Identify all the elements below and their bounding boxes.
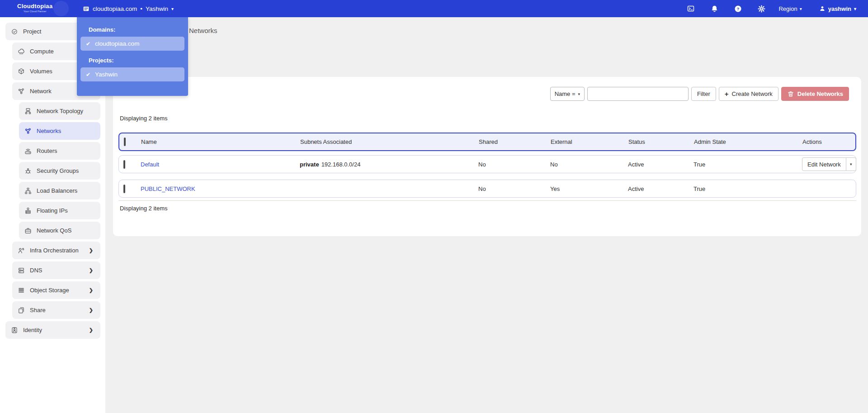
region-menu[interactable]: Region ▾	[778, 5, 802, 12]
column-header-admin-state: Admin State	[694, 138, 802, 145]
top-navbar: Cloudtopiaa Your Cloud Partner cloudtopi…	[0, 0, 868, 17]
sidebar-item-label: Object Storage	[30, 287, 69, 294]
row-checkbox[interactable]	[123, 185, 125, 193]
main-content: Networks Name = ▾ Filter + Create Networ…	[105, 17, 868, 413]
project-icon	[11, 28, 18, 35]
project-option-label: Yashwin	[95, 71, 118, 78]
user-label: yashwin	[828, 5, 851, 12]
network-topology-icon	[24, 108, 32, 115]
create-network-button[interactable]: + Create Network	[719, 87, 778, 101]
row-actions: Edit Network▾	[802, 157, 856, 171]
check-icon: ✔	[86, 41, 90, 47]
chevron-right-icon: ❯	[89, 267, 93, 273]
help-icon[interactable]: ?	[733, 4, 742, 13]
plus-icon: +	[725, 90, 729, 97]
brand-tagline: Your Cloud Partner	[17, 10, 52, 13]
domains-label: Domains:	[89, 26, 184, 33]
table-row-default: Defaultprivate192.168.0.0/24NoNoActiveTr…	[118, 155, 856, 173]
column-header-subnets-associated: Subnets Associated	[300, 138, 479, 145]
external-cell: No	[550, 161, 628, 168]
sidebar-item-label: Identity	[23, 327, 42, 333]
chevron-right-icon: ❯	[89, 327, 93, 333]
sidebar-item-label: Share	[30, 307, 46, 313]
brand-bubble-decoration	[53, 1, 69, 16]
network-qos-icon	[24, 227, 32, 234]
switcher-separator: •	[140, 5, 142, 12]
column-header-shared: Shared	[479, 138, 551, 145]
infra-orchestration-icon	[18, 247, 25, 254]
page-title: Networks	[189, 27, 217, 34]
network-name-link[interactable]: Default	[141, 161, 159, 168]
admin-state-cell: True	[693, 161, 802, 168]
external-cell: Yes	[550, 185, 628, 192]
trash-icon	[787, 90, 794, 98]
items-count-top: Displaying 2 items	[120, 115, 168, 122]
sidebar-item-object-storage[interactable]: Object Storage❯	[12, 281, 100, 299]
sidebar-item-label: Network Topology	[37, 108, 83, 114]
sidebar-item-label: Networks	[37, 128, 61, 134]
user-icon	[819, 5, 826, 12]
search-input[interactable]	[587, 87, 689, 101]
networks-icon	[24, 128, 32, 135]
switcher-project: Yashwin	[146, 5, 168, 12]
admin-state-cell: True	[693, 185, 802, 192]
sidebar-item-load-balancers[interactable]: Load Balancers	[19, 182, 100, 199]
check-icon: ✔	[86, 71, 90, 78]
projects-label: Projects:	[89, 57, 184, 64]
sidebar-item-network-topology[interactable]: Network Topology	[19, 102, 100, 120]
edit-network-button[interactable]: Edit Network	[802, 157, 846, 171]
terminal-icon[interactable]	[686, 4, 695, 13]
sidebar-item-label: Floating IPs	[37, 207, 68, 214]
chevron-down-icon: ▾	[800, 6, 802, 11]
shared-cell: No	[478, 185, 550, 192]
gear-icon[interactable]	[757, 4, 766, 13]
shared-cell: No	[478, 161, 550, 168]
bell-icon[interactable]	[710, 4, 719, 13]
sidebar-item-routers[interactable]: Routers	[19, 142, 100, 160]
domain-project-dropdown: Domains: ✔cloudtopiaa.com Projects: ✔Yas…	[77, 17, 188, 96]
sidebar-item-floating-ips[interactable]: Floating IPs	[19, 202, 100, 219]
filter-field-label: Name =	[555, 90, 576, 97]
select-all-checkbox[interactable]	[124, 138, 126, 146]
sidebar-item-networks[interactable]: Networks	[19, 122, 100, 140]
table-row-public-network: PUBLIC_NETWORKNoYesActiveTrue	[118, 180, 856, 198]
chevron-right-icon: ❯	[89, 287, 93, 293]
sidebar-item-security-groups[interactable]: Security Groups	[19, 162, 100, 180]
sidebar-item-share[interactable]: Share❯	[12, 301, 100, 319]
project-option-yashwin[interactable]: ✔Yashwin	[80, 67, 184, 81]
filter-field-select[interactable]: Name = ▾	[550, 87, 585, 101]
domain-option-cloudtopiaa-com[interactable]: ✔cloudtopiaa.com	[80, 37, 184, 51]
user-menu[interactable]: yashwin ▾	[819, 5, 856, 12]
column-header-actions: Actions	[802, 138, 855, 145]
table-toolbar: Name = ▾ Filter + Create Network Delete …	[550, 87, 849, 101]
sidebar-item-label: Infra Orchestration	[30, 247, 79, 254]
chevron-down-icon: ▾	[854, 6, 856, 11]
column-header-external: External	[551, 138, 628, 145]
delete-networks-button[interactable]: Delete Networks	[781, 87, 849, 101]
domain-option-label: cloudtopiaa.com	[95, 40, 139, 47]
brand-logo[interactable]: Cloudtopiaa Your Cloud Partner	[17, 3, 52, 13]
sidebar-item-dns[interactable]: DNS❯	[12, 261, 100, 279]
security-groups-icon	[24, 167, 32, 175]
volumes-icon	[18, 68, 25, 75]
chevron-right-icon: ❯	[89, 247, 93, 253]
domain-project-switcher[interactable]: cloudtopiaa.com • Yashwin ▾	[83, 0, 174, 17]
compute-icon	[18, 48, 25, 55]
sidebar-item-network-qos[interactable]: Network QoS	[19, 222, 100, 239]
chevron-right-icon: ❯	[89, 307, 93, 313]
object-storage-icon	[18, 287, 25, 294]
domain-list-icon	[83, 5, 90, 12]
row-checkbox[interactable]	[123, 160, 125, 169]
table-header: NameSubnets AssociatedSharedExternalStat…	[118, 133, 856, 151]
sidebar-item-label: Project	[23, 28, 41, 35]
network-name-link[interactable]: PUBLIC_NETWORK	[141, 185, 195, 192]
brand-name: Cloudtopiaa	[17, 3, 52, 9]
identity-icon	[11, 327, 18, 334]
sidebar-item-infra-orchestration[interactable]: Infra Orchestration❯	[12, 242, 100, 259]
status-cell: Active	[628, 185, 693, 192]
actions-dropdown-toggle[interactable]: ▾	[846, 157, 856, 171]
sidebar-item-label: Routers	[37, 147, 57, 154]
sidebar-item-label: Network	[30, 88, 52, 95]
sidebar-item-identity[interactable]: Identity❯	[5, 321, 100, 339]
filter-button[interactable]: Filter	[691, 87, 716, 101]
